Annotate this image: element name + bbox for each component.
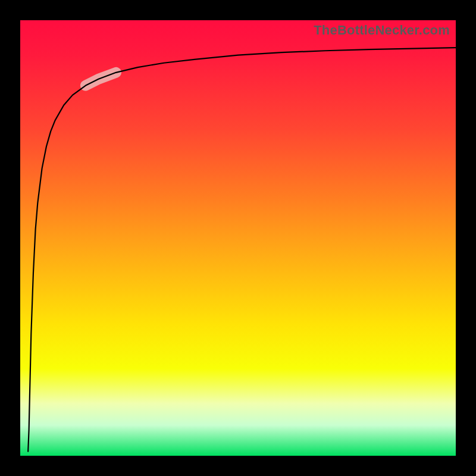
watermark-label: TheBottleNecker.com: [314, 23, 450, 38]
chart-stage: TheBottleNecker.com: [0, 0, 476, 476]
curve-highlight: [86, 73, 116, 86]
curve-svg: [20, 20, 456, 456]
plot-area: TheBottleNecker.com: [20, 20, 456, 456]
curve-line: [28, 48, 456, 452]
